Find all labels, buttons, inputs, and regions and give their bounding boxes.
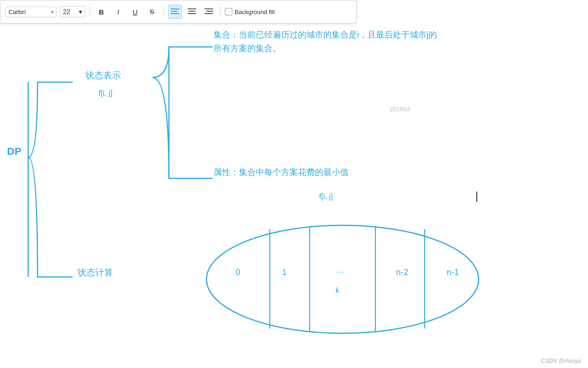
state-calc-label: 状态计算 [77, 267, 113, 279]
dp-label: DP [7, 146, 22, 158]
oval-cell-n1: n-1 [447, 268, 459, 277]
font-family-select[interactable]: Calibri ▾ [5, 7, 57, 17]
content-main-text: 集合：当前已经遍历过的城市的集合是i，且最后处于城市j的 所有方案的集合。 [214, 28, 580, 55]
align-left-button[interactable] [168, 5, 182, 19]
font-size-value: 22 [63, 8, 70, 15]
font-size-select[interactable]: 22 ▾ [60, 6, 85, 17]
oval-cell-k: k [336, 286, 339, 295]
toolbar-divider-1 [90, 6, 90, 17]
oval-cell-0: 0 [236, 268, 240, 277]
font-size-arrow: ▾ [79, 8, 82, 15]
content-line2: 所有方案的集合。 [214, 42, 580, 55]
text-cursor [476, 192, 477, 202]
oval-cell-dots: ... [337, 265, 344, 275]
watermark: 201664 [389, 106, 410, 113]
bold-button[interactable]: B [94, 5, 108, 19]
content-line1: 集合：当前已经遍历过的城市的集合是i，且最后处于城市j的 [214, 28, 580, 42]
formatting-toolbar[interactable]: Calibri ▾ 22 ▾ B I U S [0, 0, 357, 23]
state-repr-sub: f[i, j] [99, 89, 112, 98]
footer-label: CSDN @iAkuya [541, 358, 581, 364]
oval-cell-1: 1 [282, 268, 287, 277]
background-fill-checkbox[interactable] [225, 8, 232, 15]
svg-point-11 [206, 225, 479, 333]
attr-text: 属性：集合中每个方案花费的最小值 [214, 167, 349, 178]
underline-button[interactable]: U [128, 5, 142, 19]
font-name-arrow: ▾ [51, 9, 53, 15]
font-name-value: Calibri [8, 8, 26, 15]
italic-button[interactable]: I [111, 5, 125, 19]
strikethrough-button[interactable]: S [145, 5, 159, 19]
toolbar-divider-3 [220, 6, 221, 17]
background-fill-label: Background fill [235, 8, 275, 15]
align-right-button[interactable] [202, 5, 216, 19]
content-box: 集合：当前已经遍历过的城市的集合是i，且最后处于城市j的 所有方案的集合。 [214, 28, 580, 55]
toolbar-divider-2 [163, 6, 164, 17]
fij-label: f[i, j] [319, 192, 333, 201]
align-center-button[interactable] [185, 5, 199, 19]
oval-cell-n2: n-2 [396, 268, 408, 277]
mindmap-canvas [0, 0, 588, 368]
state-repr-label: 状态表示 [85, 69, 121, 82]
background-fill-area[interactable]: Background fill [225, 8, 275, 15]
